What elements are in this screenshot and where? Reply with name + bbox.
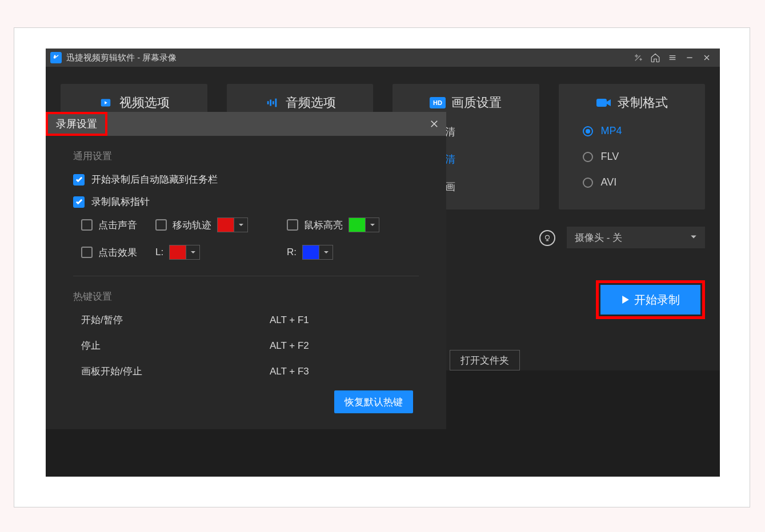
- checkbox-icon: [155, 219, 167, 231]
- card-format-title: 录制格式: [618, 94, 668, 111]
- highlight-color-picker[interactable]: [349, 217, 379, 232]
- close-button[interactable]: [698, 50, 715, 66]
- scissors-icon: [50, 52, 62, 63]
- check-click-effect[interactable]: 点击效果: [81, 246, 155, 259]
- titlebar: 迅捷视频剪辑软件 - 屏幕录像: [46, 49, 720, 67]
- check-move-trail[interactable]: 移动轨迹: [155, 219, 211, 232]
- chevron-down-icon: [365, 218, 379, 232]
- svg-rect-1: [267, 101, 269, 104]
- format-mp4[interactable]: MP4: [583, 125, 693, 137]
- svg-rect-2: [270, 100, 271, 106]
- chevron-down-icon: [690, 232, 697, 243]
- svg-rect-7: [596, 99, 607, 107]
- settings-modal: 录屏设置 通用设置 开始录制后自动隐藏到任务栏 录制鼠标指针 点: [46, 112, 446, 429]
- hk-board-val: ALT + F3: [270, 366, 309, 377]
- svg-text:HD: HD: [433, 99, 442, 106]
- color-swatch: [170, 245, 186, 259]
- camera-select[interactable]: 摄像头 - 关: [567, 227, 705, 248]
- hk-start-val: ALT + F1: [270, 315, 309, 326]
- hotkey-board[interactable]: 画板开始/停止 ALT + F3: [73, 365, 419, 378]
- divider: [73, 276, 419, 276]
- l-label: L:: [155, 247, 163, 258]
- svg-point-8: [546, 235, 550, 239]
- camera-icon: [596, 96, 612, 110]
- play-icon: [98, 96, 114, 110]
- hotkey-start-pause[interactable]: 开始/暂停 ALT + F1: [73, 313, 419, 327]
- restore-label: 恢复默认热键: [345, 396, 403, 409]
- webcam-icon: [539, 230, 555, 246]
- start-label: 开始录制: [634, 292, 680, 308]
- check-record-cursor[interactable]: 录制鼠标指针: [73, 195, 419, 208]
- click-sound-label: 点击声音: [98, 219, 137, 232]
- card-quality-title: 画质设置: [451, 94, 502, 111]
- checkbox-icon: [73, 196, 85, 208]
- play-icon: [622, 296, 630, 304]
- chevron-down-icon: [186, 245, 199, 259]
- mouse-highlight-label: 鼠标高亮: [304, 219, 343, 232]
- color-swatch: [303, 245, 319, 259]
- hd-icon: HD: [430, 96, 446, 110]
- check-auto-hide[interactable]: 开始录制后自动隐藏到任务栏: [73, 173, 419, 186]
- format-mp4-label: MP4: [601, 125, 622, 137]
- color-swatch: [218, 218, 234, 232]
- move-trail-label: 移动轨迹: [173, 219, 211, 232]
- r-color-picker[interactable]: [302, 245, 333, 260]
- general-heading: 通用设置: [73, 150, 419, 163]
- checkbox-icon: [287, 219, 298, 231]
- check-mouse-highlight[interactable]: 鼠标高亮: [287, 219, 343, 232]
- checkbox-icon: [81, 219, 93, 231]
- chevron-down-icon: [234, 218, 247, 232]
- trail-color-picker[interactable]: [217, 217, 248, 232]
- app-window: 迅捷视频剪辑软件 - 屏幕录像 视频选项: [46, 49, 720, 477]
- svg-rect-3: [273, 101, 274, 104]
- modal-title: 录屏设置: [56, 117, 97, 131]
- color-swatch: [349, 218, 365, 232]
- home-icon[interactable]: [647, 50, 664, 66]
- hotkeys-heading: 热键设置: [73, 290, 419, 303]
- hk-start-label: 开始/暂停: [81, 313, 270, 327]
- audio-icon: [264, 96, 280, 110]
- format-flv[interactable]: FLV: [583, 151, 693, 163]
- hotkey-stop[interactable]: 停止 ALT + F2: [73, 339, 419, 352]
- auto-hide-label: 开始录制后自动隐藏到任务栏: [91, 173, 218, 186]
- start-record-button[interactable]: 开始录制: [600, 285, 700, 315]
- minimize-button[interactable]: [681, 50, 698, 66]
- checkbox-icon: [81, 247, 93, 258]
- format-flv-label: FLV: [601, 151, 619, 163]
- modal-title-highlight: 录屏设置: [46, 112, 107, 136]
- r-label: R:: [287, 247, 297, 258]
- hk-stop-label: 停止: [81, 339, 270, 352]
- chevron-down-icon: [319, 245, 333, 259]
- click-effect-label: 点击效果: [98, 246, 137, 259]
- menu-icon[interactable]: [664, 50, 681, 66]
- camera-value: 摄像头 - 关: [575, 231, 622, 244]
- format-avi-label: AVI: [601, 176, 617, 188]
- card-format: 录制格式 MP4 FLV AVI: [559, 84, 706, 209]
- window-title: 迅捷视频剪辑软件 - 屏幕录像: [66, 53, 177, 63]
- card-video-title: 视频选项: [119, 94, 170, 111]
- start-highlight: 开始录制: [596, 280, 705, 319]
- open-folder-label: 打开文件夹: [460, 354, 509, 367]
- format-avi[interactable]: AVI: [583, 176, 693, 188]
- magic-icon[interactable]: [630, 50, 647, 66]
- open-folder-button[interactable]: 打开文件夹: [450, 350, 520, 370]
- modal-close-button[interactable]: [422, 112, 446, 136]
- card-audio-title: 音频选项: [286, 94, 336, 111]
- svg-rect-4: [275, 99, 277, 107]
- check-click-sound[interactable]: 点击声音: [81, 219, 155, 232]
- record-cursor-label: 录制鼠标指针: [91, 195, 150, 208]
- hk-stop-val: ALT + F2: [270, 340, 309, 352]
- restore-hotkeys-button[interactable]: 恢复默认热键: [334, 390, 413, 413]
- l-color-picker[interactable]: [169, 245, 200, 260]
- checkbox-icon: [73, 174, 85, 186]
- hk-board-label: 画板开始/停止: [81, 365, 270, 378]
